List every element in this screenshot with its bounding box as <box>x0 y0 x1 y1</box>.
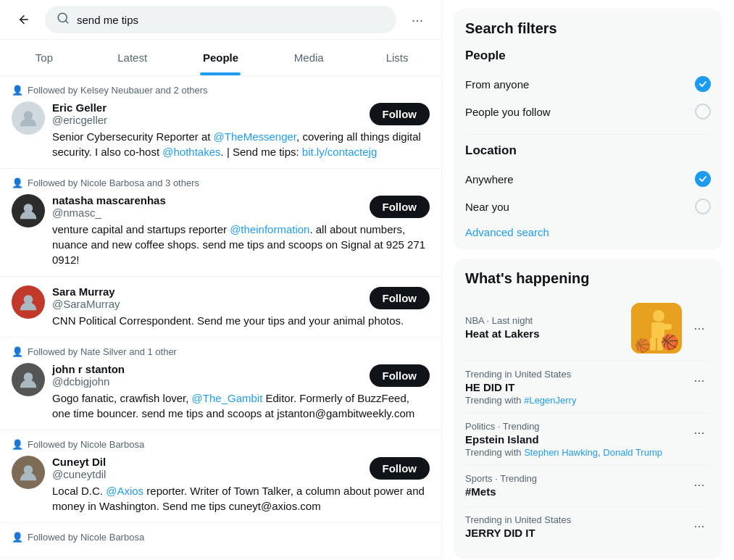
trend-link[interactable]: Stephen Hawking <box>524 447 598 458</box>
trend-more-button[interactable]: ··· <box>688 369 711 392</box>
from-anyone-option[interactable]: From anyone <box>465 70 711 98</box>
follow-button[interactable]: Follow <box>370 457 430 480</box>
list-item: Sara Murray @SaraMurray Follow CNN Polit… <box>0 277 441 338</box>
bio-link[interactable]: @Axios <box>106 485 143 497</box>
trend-content: Trending in United States HE DID IT Tren… <box>465 369 682 406</box>
tab-latest[interactable]: Latest <box>88 40 177 75</box>
person-name[interactable]: john r stanton <box>52 363 125 375</box>
search-bar <box>45 6 396 33</box>
near-you-radio[interactable] <box>695 198 711 214</box>
trend-image: 🏀 <box>631 303 682 354</box>
svg-rect-12 <box>650 338 656 351</box>
trend-sub: Trending with Stephen Hawking, Donald Tr… <box>465 447 682 458</box>
people-you-follow-radio[interactable] <box>695 104 711 120</box>
more-options-button[interactable]: ··· <box>405 7 430 32</box>
people-list: 👤 Followed by Kelsey Neubauer and 2 othe… <box>0 76 441 558</box>
trend-more-button[interactable]: ··· <box>688 514 711 538</box>
follow-button[interactable]: Follow <box>370 103 430 125</box>
list-item: 👤 Followed by Kelsey Neubauer and 2 othe… <box>0 76 441 169</box>
search-header: ··· <box>0 0 441 40</box>
trend-name: JERRY DID IT <box>465 527 682 539</box>
anywhere-radio[interactable] <box>695 171 711 187</box>
avatar[interactable] <box>12 285 45 319</box>
near-you-option[interactable]: Near you <box>465 193 711 220</box>
people-you-follow-option[interactable]: People you follow <box>465 98 711 125</box>
person-name[interactable]: Eric Geller <box>52 101 107 114</box>
anywhere-option[interactable]: Anywhere <box>465 165 711 193</box>
trend-item: NBA · Last night Heat at Lakers <box>465 296 711 362</box>
person-icon: 👤 <box>12 177 23 188</box>
avatar[interactable] <box>12 101 45 135</box>
person-info: natasha mascarenhas @nmasc_ Follow ventu… <box>52 194 430 267</box>
person-handle[interactable]: @cuneytdil <box>52 468 106 480</box>
tab-top[interactable]: Top <box>0 40 88 75</box>
person-handle[interactable]: @ericgeller <box>52 114 107 126</box>
person-handle[interactable]: @dcbigjohn <box>52 375 125 388</box>
bio-link[interactable]: @theinformation <box>230 223 309 235</box>
bio-link[interactable]: @TheMessenger <box>214 130 296 143</box>
person-name[interactable]: natasha mascarenhas <box>52 194 166 206</box>
trend-more-button[interactable]: ··· <box>688 421 711 444</box>
follow-button[interactable]: Follow <box>370 364 430 387</box>
trend-content: Sports · Trending #Mets <box>465 473 682 499</box>
list-item: 👤 Followed by Nicole Barbosa and 3 other… <box>0 169 441 277</box>
svg-rect-11 <box>662 324 672 330</box>
right-panel: Search filters People From anyone People… <box>442 0 734 560</box>
trend-item: Sports · Trending #Mets ··· <box>465 466 711 507</box>
tab-people[interactable]: People <box>177 40 265 75</box>
follow-button[interactable]: Follow <box>370 287 430 309</box>
trend-item: Politics · Trending Epstein Island Trend… <box>465 414 711 466</box>
advanced-search-link[interactable]: Advanced search <box>465 226 549 238</box>
person-name[interactable]: Sara Murray <box>52 285 120 298</box>
trend-more-button[interactable]: ··· <box>688 317 711 340</box>
follow-button[interactable]: Follow <box>370 196 430 218</box>
trend-more-button[interactable]: ··· <box>688 473 711 496</box>
person-info: john r stanton @dcbigjohn Follow Gogo fa… <box>52 363 430 421</box>
list-item: 👤 Followed by Nicole Barbosa <box>0 523 441 558</box>
followed-by-label: 👤 Followed by Nicole Barbosa and 3 other… <box>12 177 430 188</box>
anywhere-label: Anywhere <box>465 173 514 185</box>
trend-category: Sports · Trending <box>465 473 682 484</box>
filters-title: Search filters <box>465 20 711 37</box>
from-anyone-radio[interactable] <box>695 76 711 92</box>
tabs-bar: Top Latest People Media Lists <box>0 40 441 76</box>
svg-text:🏀: 🏀 <box>635 338 651 354</box>
list-item: 👤 Followed by Nicole Barbosa Cuneyt Di <box>0 430 441 523</box>
followed-by-label: 👤 Followed by Nate Silver and 1 other <box>12 346 430 357</box>
svg-line-2 <box>65 20 67 22</box>
people-you-follow-label: People you follow <box>465 106 551 118</box>
followed-by-label: 👤 Followed by Nicole Barbosa <box>12 439 430 450</box>
bio-link[interactable]: @hothtakes <box>162 146 220 158</box>
person-info: Cuneyt Dil @cuneytdil Follow Local D.C. … <box>52 456 430 514</box>
svg-rect-13 <box>657 338 663 351</box>
trend-category: Politics · Trending <box>465 421 682 432</box>
person-icon: 👤 <box>12 532 23 543</box>
trend-content: Trending in United States JERRY DID IT <box>465 514 682 540</box>
followed-by-label: 👤 Followed by Nicole Barbosa <box>12 532 430 543</box>
person-icon: 👤 <box>12 439 23 450</box>
tab-lists[interactable]: Lists <box>353 40 441 75</box>
player-figure-image: 🏀 <box>631 303 682 354</box>
avatar[interactable] <box>12 363 45 396</box>
search-input[interactable] <box>77 14 385 26</box>
from-anyone-label: From anyone <box>465 78 529 91</box>
avatar[interactable] <box>12 194 45 227</box>
trend-name: Heat at Lakers <box>465 327 625 340</box>
person-handle[interactable]: @nmasc_ <box>52 206 166 219</box>
back-button[interactable] <box>12 7 36 32</box>
trend-name: Epstein Island <box>465 433 682 446</box>
trend-link[interactable]: #LegenJerry <box>524 395 576 406</box>
person-bio: Gogo fanatic, crawfish lover, @The_Gambi… <box>52 390 430 421</box>
trend-link[interactable]: Donald Trump <box>603 447 662 458</box>
bio-link[interactable]: @The_Gambit <box>192 392 263 404</box>
person-name[interactable]: Cuneyt Dil <box>52 456 106 468</box>
svg-point-9 <box>653 310 664 322</box>
trend-category: NBA · Last night <box>465 315 625 326</box>
list-item: 👤 Followed by Nate Silver and 1 other <box>0 338 441 430</box>
near-you-label: Near you <box>465 201 509 213</box>
tab-media[interactable]: Media <box>264 40 353 75</box>
person-handle[interactable]: @SaraMurray <box>52 298 120 310</box>
bio-link[interactable]: bit.ly/contactejg <box>302 146 377 158</box>
trend-sub: Trending with #LegenJerry <box>465 395 682 406</box>
avatar[interactable] <box>12 456 45 489</box>
